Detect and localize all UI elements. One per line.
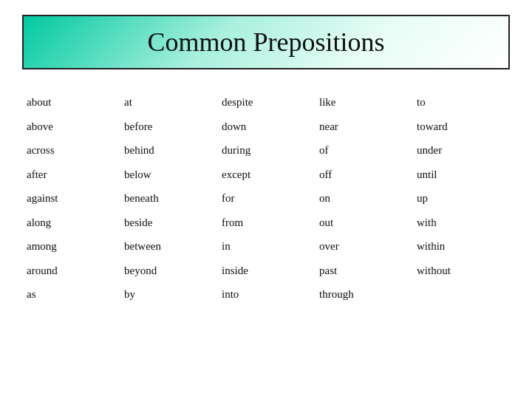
list-item: about [22, 90, 120, 115]
list-item: beneath [120, 186, 217, 211]
list-item: around [22, 259, 120, 283]
list-item: against [22, 186, 120, 211]
title-box: Common Prepositions [22, 15, 510, 69]
list-item: through [315, 282, 412, 307]
list-item: without [412, 259, 510, 283]
list-item: up [412, 186, 510, 211]
list-item [412, 282, 510, 307]
list-item: at [120, 90, 217, 115]
list-item: in [217, 234, 315, 259]
prepositions-grid: aboutatdespiteliketoabovebeforedownneart… [22, 90, 510, 307]
list-item: despite [217, 90, 315, 115]
list-item: beside [120, 211, 217, 235]
list-item: above [22, 115, 120, 139]
list-item: after [22, 163, 120, 187]
list-item: with [412, 211, 510, 235]
list-item: off [315, 163, 412, 187]
list-item: toward [412, 115, 510, 139]
list-item: behind [120, 138, 217, 163]
list-item: to [412, 90, 510, 115]
list-item: within [412, 234, 510, 259]
list-item: beyond [120, 259, 217, 283]
list-item: by [120, 282, 217, 307]
list-item: of [315, 138, 412, 163]
list-item: inside [217, 259, 315, 283]
list-item: except [217, 163, 315, 187]
list-item: near [315, 115, 412, 139]
list-item: for [217, 186, 315, 211]
list-item: until [412, 163, 510, 187]
list-item: before [120, 115, 217, 139]
list-item: across [22, 138, 120, 163]
list-item: down [217, 115, 315, 139]
page-title: Common Prepositions [147, 27, 384, 57]
list-item: like [315, 90, 412, 115]
list-item: out [315, 211, 412, 235]
list-item: along [22, 211, 120, 235]
list-item: past [315, 259, 412, 283]
list-item: between [120, 234, 217, 259]
list-item: on [315, 186, 412, 211]
list-item: below [120, 163, 217, 187]
list-item: under [412, 138, 510, 163]
list-item: as [22, 282, 120, 307]
list-item: into [217, 282, 315, 307]
list-item: from [217, 211, 315, 235]
list-item: over [315, 234, 412, 259]
list-item: among [22, 234, 120, 259]
list-item: during [217, 138, 315, 163]
